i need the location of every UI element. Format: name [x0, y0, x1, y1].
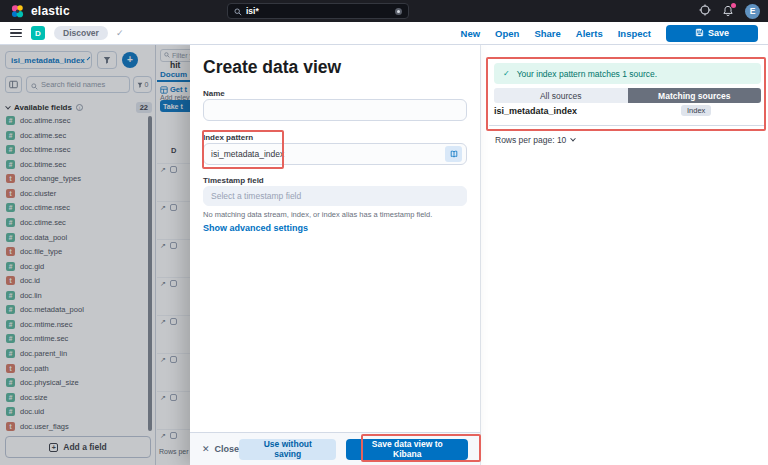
- available-fields-header[interactable]: Available fields 22: [6, 102, 152, 113]
- table-row[interactable]: ↗: [157, 429, 190, 465]
- field-list-item[interactable]: t doc.id: [6, 276, 144, 285]
- save-button[interactable]: Save: [666, 25, 758, 42]
- row-checkbox[interactable]: [170, 394, 177, 401]
- field-search-input[interactable]: [41, 80, 125, 89]
- field-list-item[interactable]: # doc.size: [6, 393, 144, 402]
- field-list-item[interactable]: # doc.metadata_pool: [6, 305, 144, 314]
- user-avatar[interactable]: E: [745, 4, 760, 19]
- field-list-item[interactable]: t doc.cluster: [6, 189, 144, 198]
- field-type-icon: #: [6, 116, 15, 125]
- name-label: Name: [203, 89, 225, 98]
- field-list-item[interactable]: t doc.user_flags: [6, 422, 144, 431]
- table-column-header: D: [171, 146, 176, 155]
- expand-row-icon[interactable]: ↗: [160, 242, 166, 250]
- kibana-app: elastic: [0, 0, 768, 465]
- filter-icon: [137, 82, 143, 88]
- expand-row-icon[interactable]: ↗: [160, 432, 166, 440]
- field-list-item[interactable]: t doc.file_type: [6, 247, 144, 256]
- field-list-item[interactable]: # doc.uid: [6, 407, 144, 416]
- create-data-view-flyout: Create data view Name Index pattern Time…: [190, 45, 480, 465]
- table-row[interactable]: ↗: [157, 315, 190, 353]
- field-name: doc.physical_size: [20, 378, 79, 387]
- use-without-saving-button[interactable]: Use without saving: [239, 439, 336, 460]
- save-data-view-button[interactable]: Save data view to Kibana: [346, 439, 468, 460]
- breadcrumb[interactable]: Discover: [54, 26, 108, 40]
- field-list-item[interactable]: t doc.change_types: [6, 174, 144, 183]
- sources-preview-button[interactable]: [445, 146, 462, 162]
- documents-tab[interactable]: Docum: [160, 70, 187, 79]
- take-tour-button[interactable]: Take t: [160, 100, 190, 112]
- notifications-bell-icon[interactable]: [722, 5, 734, 17]
- show-advanced-settings-link[interactable]: Show advanced settings: [203, 223, 308, 233]
- table-row[interactable]: ↗: [157, 277, 190, 315]
- menu-hamburger-icon[interactable]: [10, 29, 22, 38]
- rows-per-page-control[interactable]: Rows per page: 10: [495, 135, 575, 145]
- field-name: doc.path: [20, 364, 49, 373]
- add-filter-button[interactable]: +: [122, 52, 138, 68]
- elastic-logo-icon[interactable]: [10, 4, 25, 19]
- toolbar-link[interactable]: Share: [534, 28, 560, 39]
- field-list-item[interactable]: # doc.ctime.sec: [6, 218, 144, 227]
- check-icon: ✓: [503, 69, 510, 78]
- data-view-picker[interactable]: isi_metadata_index: [5, 51, 92, 69]
- field-list-item[interactable]: # doc.atime.nsec: [6, 116, 144, 125]
- expand-row-icon[interactable]: ↗: [160, 204, 166, 212]
- add-field-button[interactable]: + Add a field: [5, 436, 151, 458]
- sources-tab[interactable]: Matching sources: [628, 88, 762, 103]
- table-row[interactable]: ↗: [157, 391, 190, 429]
- filter-button[interactable]: [97, 51, 117, 69]
- guided-setup-icon[interactable]: [699, 2, 711, 20]
- field-list-item[interactable]: # doc.mtime.sec: [6, 334, 144, 343]
- collapse-sidebar-button[interactable]: [5, 76, 22, 93]
- field-list-item[interactable]: # doc.btime.nsec: [6, 145, 144, 154]
- global-search[interactable]: [227, 3, 409, 19]
- table-row[interactable]: ↗: [157, 239, 190, 277]
- expand-row-icon[interactable]: ↗: [160, 280, 166, 288]
- expand-row-icon[interactable]: ↗: [160, 318, 166, 326]
- toolbar-link[interactable]: New: [461, 28, 481, 39]
- field-type-filter-button[interactable]: 0: [133, 76, 152, 93]
- expand-row-icon[interactable]: ↗: [160, 394, 166, 402]
- close-flyout-button[interactable]: ✕ Close: [202, 444, 239, 454]
- field-list-item[interactable]: # doc.physical_size: [6, 378, 144, 387]
- field-list-item[interactable]: t doc.path: [6, 364, 144, 373]
- sources-tab[interactable]: All sources: [494, 88, 628, 103]
- row-checkbox[interactable]: [170, 242, 177, 249]
- toolbar-link[interactable]: Open: [495, 28, 519, 39]
- sidebar-scrollbar[interactable]: [148, 116, 152, 431]
- field-list-item[interactable]: # doc.btime.sec: [6, 160, 144, 169]
- field-type-icon: #: [6, 378, 15, 387]
- expand-row-icon[interactable]: ↗: [160, 166, 166, 174]
- sources-tabs: All sources Matching sources: [494, 88, 761, 103]
- table-row[interactable]: ↗: [157, 163, 190, 201]
- name-input[interactable]: [203, 99, 467, 121]
- field-list-item[interactable]: # doc.atime.sec: [6, 131, 144, 140]
- field-name: doc.cluster: [20, 189, 56, 198]
- index-pattern-input[interactable]: [203, 143, 467, 165]
- field-list-item[interactable]: # doc.gid: [6, 262, 144, 271]
- field-list-item[interactable]: # doc.lin: [6, 291, 144, 300]
- toolbar-link[interactable]: Inspect: [618, 28, 651, 39]
- discover-app-icon[interactable]: D: [31, 26, 45, 40]
- row-checkbox[interactable]: [170, 356, 177, 363]
- get-started-link[interactable]: Get t: [160, 85, 187, 94]
- timestamp-select[interactable]: [203, 186, 467, 206]
- table-row[interactable]: ↗: [157, 201, 190, 239]
- toolbar-link[interactable]: Alerts: [576, 28, 603, 39]
- global-search-input[interactable]: [246, 6, 391, 16]
- field-search[interactable]: [26, 76, 130, 93]
- chevron-down-icon: [87, 57, 91, 61]
- table-icon: [160, 86, 168, 94]
- field-list-item[interactable]: # doc.ctime.nsec: [6, 203, 144, 212]
- field-list-item[interactable]: # doc.data_pool: [6, 233, 144, 242]
- close-label: Close: [215, 444, 240, 454]
- table-row[interactable]: ↗: [157, 353, 190, 391]
- field-list-item[interactable]: # doc.mtime.nsec: [6, 320, 144, 329]
- expand-row-icon[interactable]: ↗: [160, 356, 166, 364]
- row-checkbox[interactable]: [170, 432, 177, 439]
- row-checkbox[interactable]: [170, 280, 177, 287]
- field-list-item[interactable]: # doc.parent_lin: [6, 349, 144, 358]
- row-checkbox[interactable]: [170, 204, 177, 211]
- row-checkbox[interactable]: [170, 166, 177, 173]
- row-checkbox[interactable]: [170, 318, 177, 325]
